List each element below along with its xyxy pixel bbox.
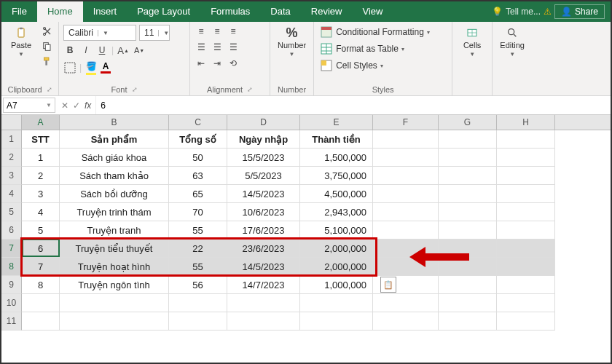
col-header-A[interactable]: A (22, 115, 60, 130)
cell[interactable] (497, 130, 555, 149)
col-header-F[interactable]: F (373, 115, 439, 130)
col-header-H[interactable]: H (497, 115, 555, 130)
cell[interactable]: 4,500,000 (300, 185, 373, 203)
cell[interactable] (373, 167, 439, 185)
cell[interactable]: 50 (169, 149, 227, 167)
cell[interactable]: Truyện hoạt hình (60, 258, 169, 276)
cell[interactable]: 63 (169, 167, 227, 185)
cell[interactable]: 70 (169, 203, 227, 221)
cell[interactable]: 8 (22, 276, 60, 294)
row-header[interactable]: 9 (1, 276, 22, 294)
cell[interactable]: STT (22, 130, 60, 149)
cell[interactable] (439, 276, 497, 294)
align-left-icon[interactable]: ☰ (195, 41, 208, 54)
cell[interactable] (373, 312, 439, 331)
font-name-combo[interactable]: Calibri▼ (63, 25, 136, 41)
cell[interactable] (227, 294, 300, 312)
cell[interactable]: Sách tham khảo (60, 167, 169, 185)
dialog-launcher-icon[interactable]: ⤢ (47, 86, 52, 93)
cell[interactable] (497, 276, 555, 294)
name-box[interactable]: A7▼ (3, 98, 55, 113)
dialog-launcher-icon[interactable]: ⤢ (132, 86, 138, 93)
cell[interactable] (373, 221, 439, 240)
cell[interactable]: Tổng số (169, 130, 227, 149)
tab-insert[interactable]: Insert (83, 1, 128, 22)
cancel-icon[interactable]: ✕ (61, 100, 68, 111)
cell[interactable]: Truyện trinh thám (60, 203, 169, 221)
cell[interactable] (497, 221, 555, 240)
cell[interactable]: Sách bồi dưỡng (60, 185, 169, 203)
paste-options-button[interactable]: 📋 (380, 277, 396, 293)
cell[interactable]: 14/5/2023 (227, 185, 300, 203)
dialog-launcher-icon[interactable]: ⤢ (247, 86, 253, 93)
editing-button[interactable]: Editing ▼ (497, 25, 527, 59)
share-button[interactable]: 👤 Share (554, 4, 605, 19)
cell[interactable] (439, 221, 497, 240)
conditional-formatting-button[interactable]: Conditional Formatting▾ (318, 25, 431, 39)
cells-button[interactable]: Cells ▼ (457, 25, 487, 59)
cell[interactable]: 15/5/2023 (227, 149, 300, 167)
tab-page-layout[interactable]: Page Layout (127, 1, 200, 22)
tab-view[interactable]: View (352, 1, 393, 22)
cell[interactable]: Thành tiền (300, 130, 373, 149)
tell-me-search[interactable]: 💡 Tell me... (492, 7, 541, 17)
enter-icon[interactable]: ✓ (73, 100, 80, 111)
cell[interactable]: 55 (169, 221, 227, 240)
cell[interactable] (497, 149, 555, 167)
col-header-C[interactable]: C (169, 115, 227, 130)
cell[interactable]: 3,750,000 (300, 167, 373, 185)
cell[interactable]: Sách giáo khoa (60, 149, 169, 167)
cell[interactable] (439, 149, 497, 167)
col-header-B[interactable]: B (60, 115, 169, 130)
italic-button[interactable]: I (79, 44, 93, 57)
cell[interactable]: Ngày nhập (227, 130, 300, 149)
cell[interactable] (497, 185, 555, 203)
cell[interactable] (60, 294, 169, 312)
cell[interactable]: 17/6/2023 (227, 221, 300, 240)
fill-color-button[interactable]: 🪣 (85, 60, 98, 75)
row-header[interactable]: 11 (1, 312, 22, 331)
cell[interactable] (439, 185, 497, 203)
row-header[interactable]: 2 (1, 149, 22, 167)
cell[interactable] (373, 294, 439, 312)
number-format-button[interactable]: % Number ▼ (275, 25, 309, 59)
row-header[interactable]: 10 (1, 294, 22, 312)
cell[interactable] (169, 294, 227, 312)
align-top-icon[interactable]: ≡ (195, 25, 208, 38)
cell[interactable] (373, 203, 439, 221)
cell[interactable] (497, 203, 555, 221)
borders-icon[interactable] (63, 61, 76, 74)
cell[interactable] (373, 185, 439, 203)
cell[interactable] (439, 203, 497, 221)
cell[interactable] (60, 312, 169, 331)
cell[interactable]: Truyện ngôn tình (60, 276, 169, 294)
align-right-icon[interactable]: ☰ (227, 41, 240, 54)
cell[interactable]: 2,943,000 (300, 203, 373, 221)
bold-button[interactable]: B (63, 44, 76, 57)
orientation-icon[interactable]: ⟲ (227, 57, 240, 70)
cell-styles-button[interactable]: Cell Styles▾ (318, 58, 385, 73)
cell[interactable] (373, 149, 439, 167)
row-header[interactable]: 5 (1, 203, 22, 221)
col-header-G[interactable]: G (439, 115, 497, 130)
cell[interactable] (497, 312, 555, 331)
cell[interactable]: 2,000,000 (300, 258, 373, 276)
cell[interactable]: 1,000,000 (300, 276, 373, 294)
cell[interactable] (22, 294, 60, 312)
cell[interactable] (439, 312, 497, 331)
cell[interactable]: 5/5/2023 (227, 167, 300, 185)
cell[interactable]: Truyện tiểu thuyết (60, 240, 169, 258)
cell[interactable]: 56 (169, 276, 227, 294)
format-as-table-button[interactable]: Format as Table▾ (318, 41, 406, 56)
cell[interactable] (227, 312, 300, 331)
cell[interactable]: 14/7/2023 (227, 276, 300, 294)
cell[interactable]: 2 (22, 167, 60, 185)
align-middle-icon[interactable]: ≡ (211, 25, 224, 38)
align-center-icon[interactable]: ☰ (211, 41, 224, 54)
increase-font-icon[interactable]: A▲ (117, 44, 130, 57)
row-header[interactable]: 4 (1, 185, 22, 203)
cell[interactable] (439, 167, 497, 185)
cell[interactable]: 65 (169, 185, 227, 203)
cell[interactable] (497, 258, 555, 276)
select-all-corner[interactable] (1, 115, 22, 130)
